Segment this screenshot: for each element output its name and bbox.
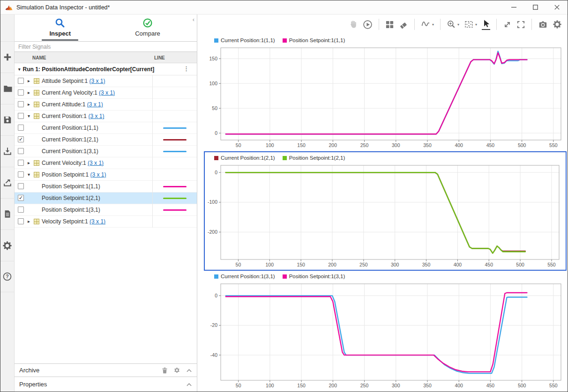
archive-bar[interactable]: Archive bbox=[15, 363, 197, 377]
preferences-button[interactable] bbox=[0, 229, 15, 261]
legend-swatch bbox=[283, 38, 287, 43]
snapshot-button[interactable] bbox=[538, 20, 548, 29]
tree-row-signal[interactable]: Position Setpoint:1(3,1) bbox=[15, 204, 197, 216]
add-button[interactable] bbox=[0, 41, 15, 73]
line-style-swatch[interactable] bbox=[163, 186, 187, 187]
signal-checkbox[interactable]: ✓ bbox=[18, 136, 24, 142]
filter-signals-input[interactable] bbox=[15, 41, 197, 52]
signal-checkbox[interactable] bbox=[18, 183, 24, 189]
archive-collapse-chevron-icon[interactable] bbox=[186, 368, 192, 373]
signal-checkbox[interactable] bbox=[18, 101, 24, 107]
line-style-cell[interactable] bbox=[152, 122, 197, 134]
line-style-swatch[interactable] bbox=[163, 209, 187, 211]
signal-dims-link[interactable]: (3 x 1) bbox=[88, 160, 104, 166]
run-header-row[interactable]: ▾ Run 1: PositionAttitudeControllerCopte… bbox=[15, 63, 197, 75]
properties-collapse-chevron-icon[interactable] bbox=[186, 382, 192, 387]
signal-checkbox[interactable] bbox=[18, 218, 24, 224]
subplot-3-legend: Current Position:1(3,1)Position Setpoint… bbox=[205, 272, 566, 281]
pointer-tool-button[interactable] bbox=[482, 19, 490, 30]
signal-dims-link[interactable]: (3 x 1) bbox=[87, 101, 103, 108]
line-style-swatch[interactable] bbox=[163, 151, 187, 152]
zoom-in-button[interactable]: ▾ bbox=[447, 20, 459, 29]
run-menu-kebab-icon[interactable]: ⋮ bbox=[183, 65, 189, 72]
signal-checkbox[interactable] bbox=[18, 125, 24, 131]
subplot-2-canvas[interactable]: 501001502002503003504004505005500-100-20… bbox=[205, 163, 564, 270]
line-style-swatch[interactable] bbox=[163, 139, 187, 141]
export-button[interactable] bbox=[0, 167, 15, 198]
archive-gear-icon[interactable] bbox=[174, 367, 180, 373]
tab-inspect[interactable]: Inspect bbox=[18, 18, 102, 41]
fit-to-view-button[interactable]: ▾ bbox=[464, 20, 477, 29]
subplot-layout-button[interactable] bbox=[385, 20, 394, 29]
signal-checkbox[interactable] bbox=[18, 171, 24, 178]
line-style-cell[interactable] bbox=[152, 134, 197, 146]
subplot-1-canvas[interactable]: 5010015020025030035040045050055005010015… bbox=[205, 45, 566, 150]
tree-row-group[interactable]: ▸Attitude Setpoint:1 (3 x 1) bbox=[15, 75, 197, 87]
line-style-cell[interactable] bbox=[152, 192, 197, 204]
signal-checkbox[interactable] bbox=[18, 113, 24, 119]
import-button[interactable] bbox=[0, 135, 15, 167]
clear-plots-button[interactable] bbox=[399, 20, 408, 29]
subplot-3-canvas[interactable]: 501001502002503003504004505005500-20-40 bbox=[205, 281, 566, 391]
expand-expander-icon[interactable]: ▸ bbox=[28, 78, 30, 83]
signal-checkbox[interactable] bbox=[18, 89, 24, 96]
minimize-button[interactable] bbox=[503, 0, 524, 14]
tree-row-group[interactable]: ▸Current Ang Velocity:1 (3 x 1) bbox=[15, 87, 197, 99]
tree-row-group[interactable]: ▾Current Position:1 (3 x 1) bbox=[15, 111, 197, 122]
signal-dims-link[interactable]: (3 x 1) bbox=[88, 113, 104, 119]
line-style-swatch[interactable] bbox=[163, 198, 187, 199]
dropdown-caret-icon: ▾ bbox=[457, 22, 459, 27]
tree-row-signal[interactable]: ✓Current Position:1(2,1) bbox=[15, 134, 197, 146]
tree-row-group[interactable]: ▸Current Attitude:1 (3 x 1) bbox=[15, 99, 197, 111]
collapse-expander-icon[interactable]: ▾ bbox=[28, 113, 30, 118]
signal-options-button[interactable]: ▾ bbox=[421, 20, 434, 29]
fullscreen-button[interactable] bbox=[516, 20, 525, 29]
report-button[interactable] bbox=[0, 198, 15, 229]
help-button[interactable]: ? bbox=[0, 261, 15, 292]
maximize-button[interactable] bbox=[524, 0, 546, 14]
properties-bar[interactable]: Properties bbox=[15, 377, 197, 392]
tree-row-signal[interactable]: ✓Position Setpoint:1(2,1) bbox=[15, 192, 197, 204]
tree-row-signal[interactable]: Current Position:1(1,1) bbox=[15, 122, 197, 134]
tree-row-signal[interactable]: Current Position:1(3,1) bbox=[15, 146, 197, 157]
line-style-cell[interactable] bbox=[152, 146, 197, 157]
tab-compare[interactable]: Compare bbox=[106, 18, 190, 37]
tree-row-group[interactable]: ▸Current Velocity:1 (3 x 1) bbox=[15, 157, 197, 169]
svg-text:-40: -40 bbox=[210, 352, 217, 358]
line-style-cell[interactable] bbox=[152, 181, 197, 192]
signal-dims-link[interactable]: (3 x 1) bbox=[90, 171, 106, 178]
expand-plot-button[interactable] bbox=[503, 20, 512, 29]
tree-row-signal[interactable]: Position Setpoint:1(1,1) bbox=[15, 181, 197, 192]
signal-checkbox[interactable]: ✓ bbox=[18, 195, 24, 201]
collapse-expander-icon[interactable]: ▾ bbox=[28, 172, 30, 177]
signal-checkbox[interactable] bbox=[18, 148, 24, 154]
signal-checkbox[interactable] bbox=[18, 78, 24, 84]
expand-expander-icon[interactable]: ▸ bbox=[28, 90, 30, 95]
signal-dims-link[interactable]: (3 x 1) bbox=[89, 78, 105, 84]
line-style-cell[interactable] bbox=[152, 204, 197, 216]
trash-icon[interactable] bbox=[162, 367, 168, 374]
signal-dims-link[interactable]: (3 x 1) bbox=[99, 89, 115, 96]
expand-expander-icon[interactable]: ▸ bbox=[28, 102, 30, 107]
plot-settings-button[interactable] bbox=[553, 20, 562, 29]
line-style-swatch[interactable] bbox=[163, 127, 187, 129]
signal-checkbox[interactable] bbox=[18, 207, 24, 213]
expand-expander-icon[interactable]: ▸ bbox=[28, 160, 30, 165]
subplot-2-selected[interactable]: Current Position:1(2,1)Position Setpoint… bbox=[204, 151, 567, 271]
subplot-3[interactable]: Current Position:1(3,1)Position Setpoint… bbox=[205, 272, 566, 392]
run-expander-icon[interactable]: ▾ bbox=[18, 67, 21, 72]
subplot-1[interactable]: Current Position:1(1,1)Position Setpoint… bbox=[205, 36, 566, 151]
svg-text:50: 50 bbox=[236, 142, 241, 148]
signal-dims-link[interactable]: (3 x 1) bbox=[90, 218, 105, 225]
collapse-panel-chevron[interactable]: ‹ bbox=[193, 16, 194, 23]
open-button[interactable] bbox=[0, 73, 15, 104]
tree-row-group[interactable]: ▸Velocity Setpoint:1 (3 x 1) bbox=[15, 216, 197, 228]
subplot-grid-icon bbox=[385, 20, 394, 29]
close-button[interactable] bbox=[546, 0, 568, 14]
minimize-icon bbox=[511, 5, 516, 10]
expand-expander-icon[interactable]: ▸ bbox=[28, 219, 30, 224]
signal-checkbox[interactable] bbox=[18, 160, 24, 166]
replay-button[interactable] bbox=[363, 20, 373, 30]
save-button[interactable] bbox=[0, 104, 15, 135]
tree-row-group[interactable]: ▾Position Setpoint:1 (3 x 1) bbox=[15, 169, 197, 181]
